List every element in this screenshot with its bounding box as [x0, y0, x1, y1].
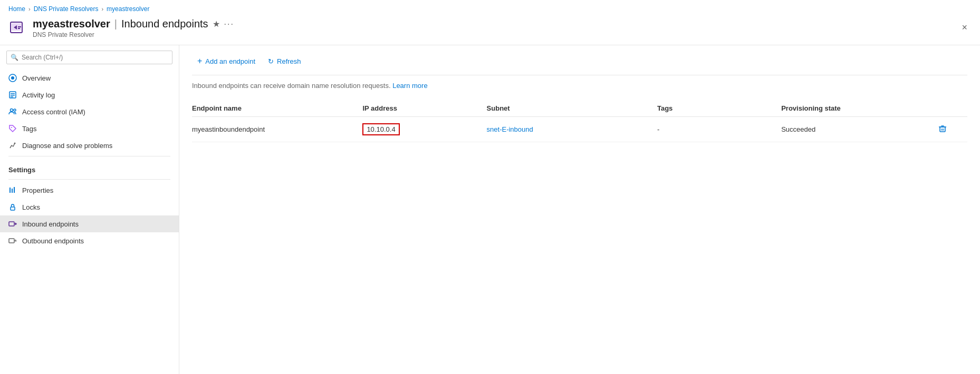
- svg-rect-2: [18, 26, 21, 27]
- page-header: myeastresolver | Inbound endpoints ★ ···…: [0, 16, 980, 45]
- sidebar-item-tags[interactable]: Tags: [0, 120, 179, 137]
- col-header-prov: Provisioning state: [781, 100, 936, 117]
- subnet-link[interactable]: snet-E-inbound: [487, 125, 533, 133]
- col-header-ip: IP address: [362, 100, 486, 117]
- col-header-subnet: Subnet: [487, 100, 657, 117]
- refresh-button[interactable]: ↻ Refresh: [263, 55, 306, 68]
- settings-divider: [8, 156, 170, 156]
- sidebar-item-iam-label: Access control (IAM): [22, 108, 85, 116]
- endpoints-table: Endpoint name IP address Subnet Tags Pro…: [192, 100, 967, 142]
- col-header-action: [936, 100, 967, 117]
- resource-name: myeastresolver: [33, 18, 110, 30]
- sidebar-item-activity-log[interactable]: Activity log: [0, 86, 179, 103]
- sidebar-item-outbound-label: Outbound endpoints: [22, 237, 84, 245]
- activity-log-icon: [8, 91, 17, 99]
- svg-rect-18: [9, 222, 14, 226]
- svg-point-13: [14, 143, 16, 144]
- ip-address-cell: 10.10.0.4: [362, 117, 486, 142]
- svg-point-5: [11, 76, 14, 80]
- ip-address-value: 10.10.0.4: [362, 123, 399, 135]
- locks-icon: [8, 203, 17, 211]
- sidebar-item-locks-label: Locks: [22, 203, 40, 211]
- sidebar-item-diagnose-label: Diagnose and solve problems: [22, 142, 112, 150]
- favorite-icon[interactable]: ★: [213, 19, 220, 29]
- sidebar: 🔍 Overview Activity log Acc: [0, 45, 179, 374]
- info-description: Inbound endpoints can receive domain nam…: [192, 82, 967, 90]
- search-icon: 🔍: [11, 54, 18, 61]
- svg-rect-15: [12, 189, 13, 193]
- action-cell: [936, 117, 967, 142]
- resource-type: DNS Private Resolver: [33, 31, 972, 38]
- breadcrumb-sep-1: ›: [28, 6, 31, 12]
- title-separator: |: [114, 18, 117, 30]
- resource-icon: [8, 18, 27, 37]
- more-options-icon[interactable]: ···: [224, 19, 234, 29]
- app-container: Home › DNS Private Resolvers › myeastres…: [0, 0, 980, 374]
- sidebar-item-locks[interactable]: Locks: [0, 199, 179, 215]
- sidebar-item-overview[interactable]: Overview: [0, 70, 179, 86]
- svg-point-10: [11, 109, 13, 112]
- sidebar-item-properties[interactable]: Properties: [0, 182, 179, 199]
- sidebar-item-diagnose[interactable]: Diagnose and solve problems: [0, 137, 179, 154]
- breadcrumb-resolver[interactable]: myeastresolver: [107, 5, 149, 13]
- table-header-row: Endpoint name IP address Subnet Tags Pro…: [192, 100, 967, 117]
- properties-icon: [8, 186, 17, 194]
- settings-divider-2: [8, 179, 170, 180]
- svg-point-11: [14, 109, 16, 111]
- svg-rect-7: [11, 93, 15, 94]
- page-name: Inbound endpoints: [121, 18, 208, 30]
- main-layout: 🔍 Overview Activity log Acc: [0, 45, 980, 374]
- breadcrumb-home[interactable]: Home: [8, 5, 25, 13]
- overview-icon: [8, 74, 17, 82]
- provisioning-state-cell: Succeeded: [781, 117, 936, 142]
- tags-icon: [8, 124, 17, 133]
- breadcrumb-dns[interactable]: DNS Private Resolvers: [34, 5, 99, 13]
- tags-cell: -: [657, 117, 781, 142]
- col-header-tags: Tags: [657, 100, 781, 117]
- main-content: + Add an endpoint ↻ Refresh Inbound endp…: [179, 45, 980, 374]
- add-endpoint-button[interactable]: + Add an endpoint: [192, 54, 261, 68]
- settings-section-label: Settings: [0, 159, 179, 177]
- table-body: myeastinboundendpoint 10.10.0.4 snet-E-i…: [192, 117, 967, 142]
- header-title-area: myeastresolver | Inbound endpoints ★ ···…: [33, 18, 972, 38]
- sidebar-item-properties-label: Properties: [22, 186, 53, 194]
- sidebar-item-iam[interactable]: Access control (IAM): [0, 103, 179, 120]
- sidebar-item-inbound-endpoints[interactable]: Inbound endpoints: [0, 215, 179, 232]
- sidebar-item-outbound-endpoints[interactable]: Outbound endpoints: [0, 232, 179, 249]
- subnet-cell: snet-E-inbound: [487, 117, 657, 142]
- sidebar-item-overview-label: Overview: [22, 74, 51, 82]
- sidebar-item-inbound-label: Inbound endpoints: [22, 220, 79, 228]
- sidebar-item-activity-log-label: Activity log: [22, 91, 55, 99]
- svg-rect-3: [18, 28, 20, 29]
- content-toolbar: + Add an endpoint ↻ Refresh: [192, 54, 967, 75]
- svg-rect-9: [11, 96, 13, 97]
- table-header: Endpoint name IP address Subnet Tags Pro…: [192, 100, 967, 117]
- svg-rect-14: [9, 188, 11, 193]
- inbound-endpoints-icon: [8, 220, 17, 228]
- breadcrumb-sep-2: ›: [101, 6, 103, 12]
- outbound-endpoints-icon: [8, 237, 17, 245]
- close-button[interactable]: ×: [957, 20, 972, 35]
- diagnose-icon: [8, 141, 17, 150]
- delete-button[interactable]: [936, 122, 949, 136]
- add-icon: +: [197, 56, 202, 66]
- learn-more-link[interactable]: Learn more: [392, 82, 427, 90]
- sidebar-item-tags-label: Tags: [22, 125, 36, 133]
- svg-rect-17: [11, 207, 15, 210]
- refresh-icon: ↻: [268, 57, 274, 65]
- col-header-endpoint: Endpoint name: [192, 100, 362, 117]
- add-endpoint-label: Add an endpoint: [205, 57, 255, 65]
- svg-rect-8: [11, 95, 15, 96]
- svg-rect-16: [14, 187, 15, 193]
- breadcrumb: Home › DNS Private Resolvers › myeastres…: [0, 0, 980, 16]
- header-title: myeastresolver | Inbound endpoints ★ ···: [33, 18, 972, 30]
- table-row: myeastinboundendpoint 10.10.0.4 snet-E-i…: [192, 117, 967, 142]
- iam-icon: [8, 107, 17, 116]
- description-text: Inbound endpoints can receive domain nam…: [192, 82, 391, 90]
- delete-icon: [938, 124, 947, 133]
- svg-point-12: [11, 127, 12, 128]
- search-container: 🔍: [6, 51, 172, 64]
- refresh-label: Refresh: [277, 57, 301, 65]
- search-input[interactable]: [6, 51, 172, 64]
- endpoint-name-cell: myeastinboundendpoint: [192, 117, 362, 142]
